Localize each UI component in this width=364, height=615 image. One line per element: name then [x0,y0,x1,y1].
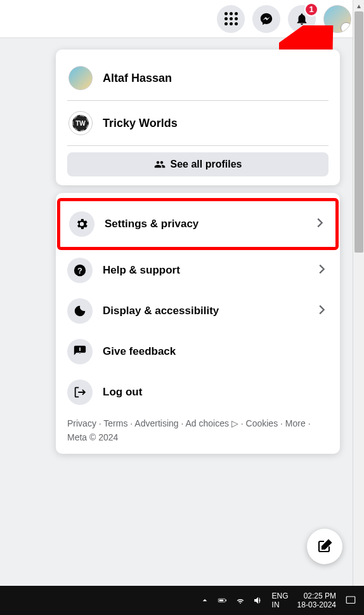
time: 02:25 PM [297,592,336,600]
date: 18-03-2024 [297,600,336,609]
svg-rect-6 [219,600,223,602]
divider [67,100,328,101]
logout-icon [73,385,87,399]
see-all-profiles-button[interactable]: See all profiles [67,152,328,176]
grid-icon [224,12,238,25]
notifications-button[interactable]: 1 [288,5,316,33]
profile-item-2[interactable]: TW Tricky Worlds [67,105,328,142]
footer-links: Privacy · Terms · Advertising · Ad choic… [65,413,331,445]
meta-copyright: Meta © 2024 [67,432,118,442]
compose-icon [317,539,332,554]
settings-privacy-item[interactable]: Settings & privacy [60,201,335,247]
help-support-item[interactable]: ? Help & support [65,250,331,291]
cookies-link[interactable]: Cookies [246,418,278,428]
messenger-button[interactable] [252,5,280,33]
privacy-link[interactable]: Privacy [67,418,96,428]
top-nav-bar: 1 [0,0,364,38]
logout-label: Log out [103,386,328,399]
help-label: Help & support [103,264,304,277]
chevron-right-icon [315,262,328,279]
logout-item[interactable]: Log out [65,372,331,413]
help-icon: ? [73,263,87,277]
notifications-tray-icon[interactable] [345,595,356,606]
account-menu: Settings & privacy ? Help & support Disp… [56,193,340,454]
profile-name: Tricky Worlds [103,117,178,130]
account-avatar-button[interactable] [323,5,351,33]
more-link[interactable]: More [285,418,306,428]
lang-primary: ENG [272,592,289,600]
wifi-icon [235,595,245,605]
messenger-icon [259,12,273,26]
adchoices-link[interactable]: Ad choices [186,418,229,428]
windows-taskbar[interactable]: ENG IN 02:25 PM 18-03-2024 [0,586,364,615]
profiles-card: Altaf Hassan TW Tricky Worlds See all pr… [56,50,340,185]
profile-name: Altaf Hassan [103,72,172,85]
notification-badge: 1 [304,3,318,17]
account-dropdown: Altaf Hassan TW Tricky Worlds See all pr… [56,50,340,454]
profile-item-1[interactable]: Altaf Hassan [67,60,328,96]
advertising-link[interactable]: Advertising [134,418,178,428]
volume-icon [253,595,263,605]
chevron-right-icon [315,303,328,319]
display-label: Display & accessibility [103,305,304,317]
avatar: TW [68,111,93,135]
display-accessibility-item[interactable]: Display & accessibility [65,291,331,331]
svg-text:?: ? [77,266,82,275]
svg-rect-5 [225,600,226,602]
scroll-up-arrow[interactable]: ▲ [353,0,364,11]
see-all-label: See all profiles [171,159,242,170]
moon-icon [73,304,87,318]
system-tray[interactable] [200,595,263,605]
scroll-thumb[interactable] [354,11,363,253]
tray-chevron-icon [200,595,210,605]
feedback-label: Give feedback [103,345,328,358]
profiles-icon [154,159,166,170]
divider [67,145,328,146]
avatar [68,66,93,90]
scrollbar[interactable]: ▲ [353,0,364,615]
terms-link[interactable]: Terms [103,418,127,428]
svg-rect-7 [346,597,355,604]
highlighted-settings: Settings & privacy [57,198,339,250]
battery-icon [218,595,228,605]
lang-secondary: IN [272,600,289,609]
clock[interactable]: 02:25 PM 18-03-2024 [297,592,336,610]
compose-button[interactable] [307,529,342,564]
gear-icon [75,217,89,231]
chevron-right-icon [313,216,327,232]
menu-apps-button[interactable] [217,5,245,33]
language-indicator[interactable]: ENG IN [272,592,289,610]
settings-label: Settings & privacy [105,218,302,230]
give-feedback-item[interactable]: Give feedback [65,331,331,372]
feedback-icon [73,345,87,359]
